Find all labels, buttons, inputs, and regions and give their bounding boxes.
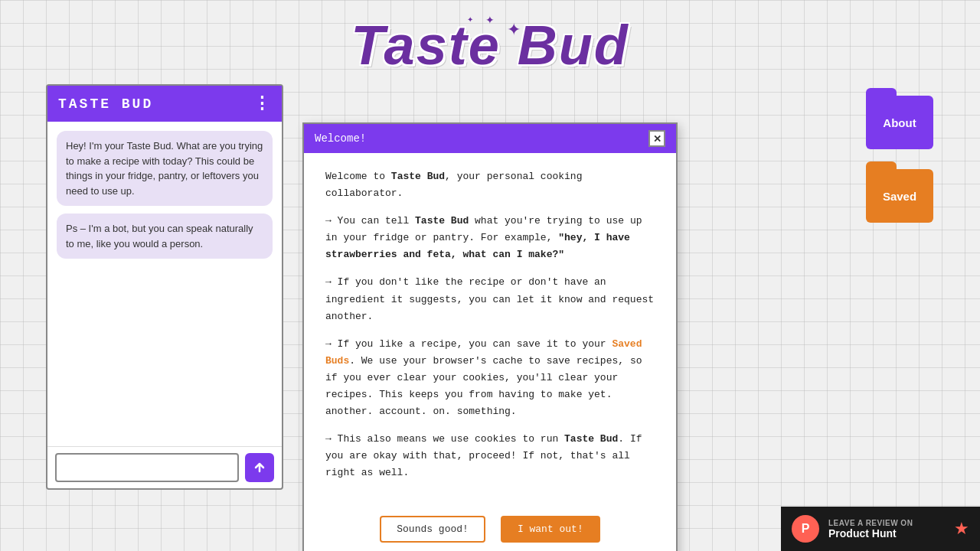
chat-panel: TASTE BUD ⋮ Hey! I'm your Taste Bud. Wha… [46, 84, 283, 490]
about-folder-body: About [866, 96, 933, 149]
product-hunt-icon: P [792, 515, 819, 543]
chat-header: TASTE BUD ⋮ [47, 86, 282, 122]
product-hunt-banner[interactable]: P LEAVE A REVIEW ON Product Hunt ★ [781, 507, 980, 551]
modal-p3: → If you like a recipe, you can save it … [325, 336, 655, 420]
modal-p1: → You can tell Taste Bud what you're try… [325, 213, 655, 263]
modal-titlebar: Welcome! ✕ [304, 124, 676, 153]
welcome-modal: Welcome! ✕ Welcome to Taste Bud, your pe… [302, 122, 678, 551]
sparkle-icon-large: ✦ [507, 20, 521, 40]
product-hunt-name: Product Hunt [828, 527, 945, 540]
chat-send-button[interactable] [245, 453, 274, 482]
i-want-out-button[interactable]: I want out! [501, 516, 600, 543]
chat-messages: Hey! I'm your Taste Bud. What are you tr… [47, 122, 282, 446]
more-options-icon[interactable]: ⋮ [253, 93, 271, 114]
chat-input-area [47, 446, 282, 488]
saved-folder-body: Saved [866, 169, 933, 223]
modal-body: Welcome to Taste Bud, your personal cook… [304, 153, 676, 507]
star-icon: ★ [954, 519, 969, 539]
saved-label: Saved [883, 190, 916, 203]
modal-p4: → This also means we use cookies to run … [325, 431, 655, 481]
product-hunt-cta: LEAVE A REVIEW ON [828, 519, 945, 527]
saved-folder-button[interactable]: Saved [866, 161, 933, 223]
right-sidebar: About Saved [865, 84, 934, 223]
chat-panel-title: TASTE BUD [58, 96, 153, 112]
sounds-good-button[interactable]: Sounds good! [380, 516, 485, 543]
app-header: ✦ ✦ ✦ Taste Bud [0, 0, 980, 84]
center-area [299, 84, 850, 88]
product-hunt-text: LEAVE A REVIEW ON Product Hunt [828, 519, 945, 540]
modal-footer: Sounds good! I want out! [304, 507, 676, 552]
modal-title: Welcome! [315, 132, 366, 145]
chat-message-2: Ps – I'm a bot, but you can speak natura… [57, 214, 273, 259]
chat-message-1: Hey! I'm your Taste Bud. What are you tr… [57, 131, 273, 206]
logo-container: ✦ ✦ ✦ Taste Bud [351, 14, 629, 77]
chat-input[interactable] [55, 453, 239, 482]
about-label: About [883, 116, 916, 129]
modal-p2: → If you don't like the recipe or don't … [325, 274, 655, 324]
sparkle-icon-small: ✦ [467, 15, 473, 24]
about-folder-button[interactable]: About [866, 88, 933, 149]
modal-intro: Welcome to Taste Bud, your personal cook… [325, 168, 655, 202]
sparkle-icon-top: ✦ [485, 14, 495, 26]
modal-close-button[interactable]: ✕ [648, 130, 665, 147]
